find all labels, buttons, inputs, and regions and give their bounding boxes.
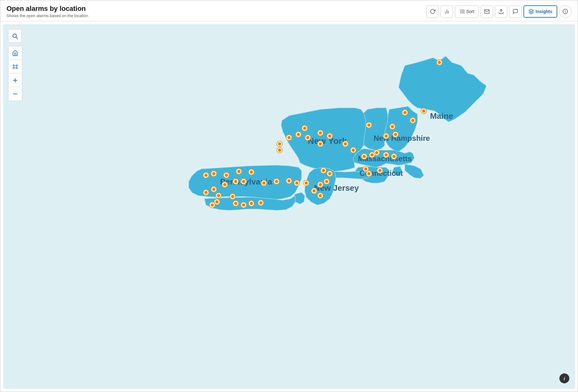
alarm-dot (216, 193, 221, 198)
zoom-out-button[interactable] (8, 87, 22, 101)
alarm-dot (437, 60, 442, 65)
cape-cod-region (405, 164, 424, 178)
info-header-button[interactable] (559, 5, 571, 18)
alarm-dot (318, 141, 323, 147)
svg-point-49 (344, 142, 347, 145)
alarm-dot (203, 172, 209, 178)
maine-label: Maine (430, 111, 453, 121)
sort-icon (460, 9, 465, 14)
svg-point-91 (234, 180, 237, 183)
alarm-dot (249, 201, 254, 206)
svg-point-103 (217, 194, 220, 197)
header: Open alarms by location Shows the open a… (0, 0, 578, 21)
select-map-button[interactable] (8, 60, 22, 74)
alarm-dot (261, 180, 267, 186)
svg-point-59 (287, 136, 291, 139)
alarm-dot (369, 152, 375, 158)
export-icon (498, 9, 504, 14)
info-header-icon (562, 9, 568, 14)
svg-point-99 (204, 174, 207, 177)
svg-point-107 (262, 181, 265, 185)
svg-point-113 (295, 181, 298, 185)
alarm-dot (393, 132, 398, 137)
home-map-button[interactable] (8, 46, 22, 60)
alarm-dot (303, 180, 309, 186)
svg-point-117 (216, 200, 219, 203)
svg-point-109 (275, 180, 278, 183)
home-icon (12, 50, 18, 56)
alarm-dot (211, 186, 216, 192)
alarm-dot (377, 168, 383, 173)
svg-point-45 (364, 167, 367, 171)
svg-point-63 (278, 149, 281, 152)
svg-point-67 (297, 133, 300, 136)
alarm-dot (236, 169, 242, 174)
zoom-in-button[interactable] (8, 74, 22, 87)
alarm-dot (383, 133, 389, 139)
zoom-in-icon (12, 77, 18, 83)
svg-point-101 (204, 191, 207, 194)
alarm-dot (241, 202, 246, 208)
alarm-dot (233, 201, 238, 206)
svg-point-27 (391, 125, 394, 128)
alarm-dot (296, 132, 301, 137)
header-actions: Sort (426, 5, 571, 18)
alarm-dot (211, 171, 216, 176)
app-container: Open alarms by location Shows the open a… (0, 0, 578, 392)
comment-icon (513, 9, 518, 14)
insights-button[interactable]: Insights (523, 5, 557, 18)
map-container[interactable]: Maine New Hampshire Massachusetts Connec… (3, 24, 575, 389)
alarm-dot (389, 124, 395, 129)
svg-point-81 (319, 194, 322, 197)
svg-point-51 (352, 149, 355, 152)
svg-point-21 (403, 111, 407, 114)
svg-point-87 (237, 170, 240, 173)
svg-point-97 (212, 188, 215, 191)
refresh-icon (430, 9, 435, 14)
svg-point-31 (367, 123, 371, 127)
search-map-button[interactable] (8, 29, 22, 43)
alarm-dot (318, 193, 323, 198)
alarm-dot (402, 110, 408, 115)
svg-point-77 (319, 183, 322, 186)
svg-point-41 (362, 155, 366, 158)
svg-point-111 (287, 179, 291, 182)
svg-point-25 (394, 133, 397, 136)
refresh-button[interactable] (426, 5, 439, 18)
alarm-dot (343, 141, 348, 147)
alarm-dot (286, 135, 292, 140)
svg-point-53 (328, 135, 331, 138)
sort-button[interactable]: Sort (455, 5, 479, 18)
svg-point-69 (306, 136, 309, 139)
zoom-out-icon (12, 91, 18, 97)
alarm-dot (311, 188, 317, 194)
alarm-dot (350, 147, 356, 153)
svg-point-17 (438, 61, 441, 64)
alarm-dot (224, 172, 229, 178)
svg-point-23 (411, 119, 414, 122)
alarm-dot (277, 141, 282, 147)
svg-point-43 (378, 169, 381, 172)
new-hampshire-label: New Hampshire (374, 134, 430, 142)
svg-line-11 (16, 37, 18, 39)
page-subtitle: Shows the open alarms based on the locat… (7, 13, 88, 18)
map-nav-controls (8, 46, 22, 101)
header-left: Open alarms by location Shows the open a… (7, 5, 88, 18)
svg-point-119 (211, 203, 214, 207)
map-svg: Maine New Hampshire Massachusetts Connec… (4, 25, 574, 388)
svg-point-35 (385, 153, 388, 156)
svg-point-47 (367, 172, 371, 175)
info-map-button[interactable]: i (559, 373, 569, 383)
svg-point-65 (319, 142, 322, 145)
email-icon (484, 9, 490, 14)
alarm-dot (327, 171, 332, 176)
comment-button[interactable] (509, 5, 522, 18)
chart-button[interactable] (441, 5, 453, 18)
email-button[interactable] (481, 5, 493, 18)
export-button[interactable] (495, 5, 507, 18)
svg-point-73 (328, 172, 331, 175)
alarm-dot (222, 182, 228, 187)
alarm-dot (203, 189, 209, 195)
alarm-dot (241, 179, 246, 184)
svg-point-79 (313, 189, 316, 192)
